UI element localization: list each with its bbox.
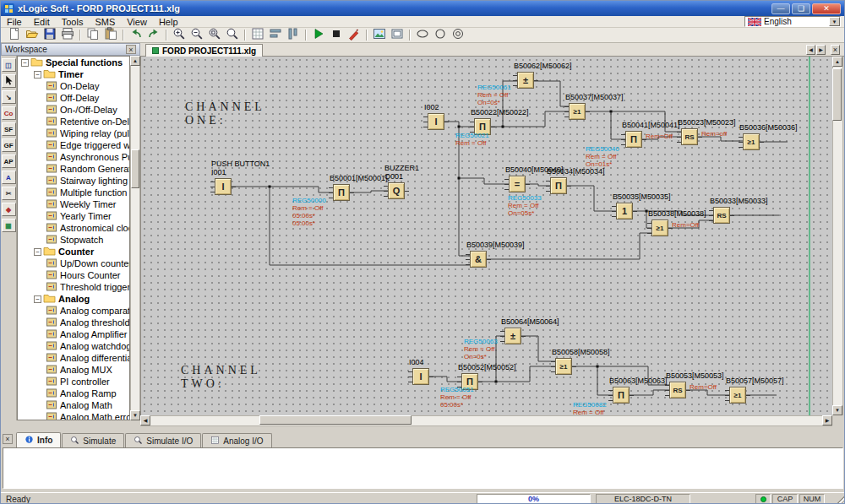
tree-item-threshold-trigger[interactable]: Threshold trigger [18, 281, 129, 293]
tree-expander-icon[interactable]: − [34, 71, 41, 79]
tree-item-special-functions[interactable]: −Special functions [18, 57, 129, 68]
block-i001[interactable]: I [215, 178, 232, 195]
tree-item-pi-controller[interactable]: PI controller [18, 376, 129, 387]
zoom-in-button[interactable] [170, 28, 188, 42]
tree-item-analog-comparat[interactable]: Analog comparat [18, 305, 129, 317]
tab-info[interactable]: Info [16, 432, 61, 447]
block-i002[interactable]: I [428, 113, 444, 130]
align-vertical-button[interactable] [284, 28, 302, 42]
block-b50058[interactable]: ≥1 [555, 358, 572, 375]
block-b50039[interactable]: & [470, 251, 487, 268]
tree-item-astronomical-cloc[interactable]: Astronomical cloc [18, 222, 129, 234]
simulation-start-button[interactable] [309, 28, 327, 42]
tab-analog-i-o[interactable]: Analog I/O [202, 433, 271, 447]
close-button[interactable]: ✕ [812, 3, 841, 14]
tree-item-analog-watchdog[interactable]: Analog watchdog [18, 340, 129, 352]
hscroll-thumb[interactable] [259, 415, 412, 425]
language-select[interactable]: English ▼ [744, 16, 841, 27]
sf-tool[interactable]: SF [2, 122, 16, 136]
minimize-button[interactable]: — [771, 3, 790, 14]
block-b50001[interactable]: Π [333, 184, 350, 201]
tree-item-up-down-counter[interactable]: Up/Down counter [18, 257, 129, 269]
tab-close-icon[interactable]: × [831, 45, 840, 55]
gf-tool[interactable]: GF [2, 138, 16, 152]
module-tool[interactable]: ▦ [2, 219, 16, 232]
insert-frame-button[interactable] [388, 28, 406, 42]
save-button[interactable] [41, 28, 58, 42]
tree-item-off-delay[interactable]: Off-Delay [18, 92, 129, 104]
tree-item-timer[interactable]: −Timer [18, 68, 129, 80]
tree-item-analog-ramp[interactable]: Analog Ramp [18, 387, 129, 399]
menu-tools[interactable]: Tools [56, 16, 90, 28]
tree-item-weekly-timer[interactable]: Weekly Timer [18, 198, 129, 210]
vscroll-down-icon[interactable]: ▼ [832, 405, 842, 415]
tree-item-wiping-relay-puls[interactable]: Wiping relay (puls [18, 127, 129, 139]
block-b50062[interactable]: ± [517, 72, 534, 89]
hscroll-right-icon[interactable]: ▶ [822, 415, 832, 425]
tree-item-analog-math[interactable]: Analog Math [18, 399, 129, 411]
tree-expander-icon[interactable]: − [34, 248, 41, 256]
new-button[interactable] [5, 28, 23, 42]
tree-item-retentive-on-dela[interactable]: Retentive on-Dela [18, 116, 129, 127]
cut-tool[interactable]: ✂ [2, 187, 16, 200]
vscroll-thumb[interactable] [832, 68, 842, 121]
block-b50057[interactable]: ≥1 [729, 387, 746, 404]
schematic-canvas[interactable]: CHANNELONE:CHANNELTWO:IPUSH BUTTON1I001Π… [140, 57, 832, 415]
draw-ellipse-button[interactable] [413, 28, 431, 42]
select-tool[interactable] [2, 74, 16, 88]
tab-simulate-i-o[interactable]: Simulate I/O [125, 433, 201, 447]
menu-help[interactable]: Help [153, 16, 184, 28]
tree-item-counter[interactable]: −Counter [18, 246, 129, 257]
block-b50036[interactable]: ≥1 [743, 133, 760, 150]
dropdown-arrow-icon[interactable]: ▼ [829, 17, 840, 26]
block-b50034[interactable]: Π [550, 177, 567, 194]
menu-view[interactable]: View [121, 16, 153, 28]
tree-item-analog-amplifier[interactable]: Analog Amplifier [18, 328, 129, 340]
maximize-button[interactable]: ❏ [792, 3, 810, 14]
hardware-window-tool[interactable]: ◫ [2, 58, 16, 72]
redo-button[interactable] [144, 28, 162, 42]
tree-item-analog[interactable]: −Analog [18, 293, 129, 305]
block-i004[interactable]: I [412, 368, 429, 385]
block-b50033[interactable]: RS [713, 207, 730, 224]
menu-sms[interactable]: SMS [89, 16, 121, 28]
tree-item-analog-mux[interactable]: Analog MUX [18, 364, 129, 376]
copy-button[interactable] [84, 28, 101, 42]
tree-item-stairway-lighting-s[interactable]: Stairway lighting s [18, 175, 129, 187]
simulation-stop-button[interactable] [327, 28, 345, 42]
tree-item-multiple-function[interactable]: Multiple function [18, 187, 129, 198]
block-b50023[interactable]: RS [681, 128, 698, 145]
draw-ring-button[interactable] [449, 28, 466, 42]
canvas-hscrollbar[interactable]: ◀ ▶ [140, 415, 832, 426]
tree-item-stopwatch[interactable]: Stopwatch [18, 234, 129, 246]
tree-item-analog-threshold[interactable]: Analog threshold [18, 317, 129, 328]
block-b50035[interactable]: 1 [616, 203, 633, 219]
insert-picture-button[interactable] [370, 28, 388, 42]
tab-scroll-left-icon[interactable]: ◀ [806, 45, 815, 55]
block-b50053[interactable]: RS [669, 382, 686, 398]
tree-item-analog-differentia[interactable]: Analog differentia [18, 352, 129, 364]
tree-expander-icon[interactable]: − [21, 59, 29, 67]
block-b50040[interactable]: = [509, 176, 526, 192]
connector-tool[interactable]: ↘ [2, 90, 16, 104]
tree-item-analog-math-erro[interactable]: Analog Math erro [18, 411, 129, 420]
menu-file[interactable]: File [1, 16, 28, 28]
constant-tool[interactable]: Co [2, 106, 16, 120]
align-horizontal-button[interactable] [266, 28, 284, 42]
tree-item-on-delay[interactable]: On-Delay [18, 80, 129, 92]
info-panel-content[interactable] [3, 447, 843, 489]
print-button[interactable] [58, 28, 76, 42]
tab-simulate[interactable]: Simulate [62, 433, 124, 447]
text-tool[interactable]: A [2, 171, 16, 184]
probe-button[interactable] [345, 28, 363, 42]
tree-item-yearly-timer[interactable]: Yearly Timer [18, 210, 129, 222]
ap-tool[interactable]: AP [2, 154, 16, 168]
block-q001[interactable]: Q [388, 182, 405, 199]
block-b50041[interactable]: Π [625, 131, 642, 148]
open-button[interactable] [23, 28, 41, 42]
probe-tool[interactable]: ◆ [2, 203, 16, 216]
undo-button[interactable] [127, 28, 144, 42]
canvas-vscrollbar[interactable]: ▲ ▼ [832, 57, 843, 415]
block-b50063[interactable]: Π [613, 387, 630, 404]
tree-scroll-thumb[interactable] [131, 149, 139, 188]
